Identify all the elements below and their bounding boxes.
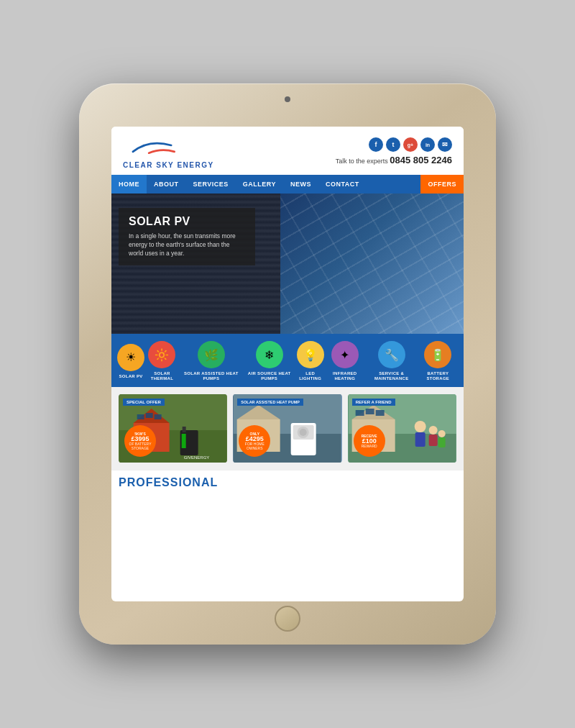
tablet-device: CLEAR SKY ENERGY f t g+ in ✉ Talk to the… <box>79 83 496 645</box>
twitter-icon[interactable]: t <box>386 137 400 152</box>
infrared-icon: ✦ <box>331 341 359 368</box>
nav-news[interactable]: NEWS <box>283 175 318 194</box>
hero-description: In a single hour, the sun transmits more… <box>129 232 245 258</box>
svg-point-26 <box>414 421 426 432</box>
nav-services[interactable]: SERVICES <box>186 175 236 194</box>
promo-badge-2-sub: FOR HOMEOWNERS <box>245 442 264 450</box>
promo-card-refer[interactable]: REFER A FRIEND RECEIVE £100 REWARD <box>348 394 456 463</box>
service-maintenance[interactable]: 🔧 SERVICE & MAINTENANCE <box>365 341 418 381</box>
air-source-label: AIR SOURCE HEAT PUMPS <box>243 371 296 381</box>
services-strip: ☀ SOLAR PV 🔆 SOLAR THERMAL 🌿 SOLAR ASSIS… <box>111 334 464 387</box>
svg-rect-27 <box>415 432 425 447</box>
solar-assisted-icon: 🌿 <box>198 341 225 368</box>
solar-thermal-label: SOLAR THERMAL <box>144 371 180 381</box>
hero-right-panel <box>280 194 464 334</box>
svg-rect-6 <box>155 414 162 419</box>
svg-point-28 <box>428 426 437 434</box>
hero-text-box: SOLAR PV In a single hour, the sun trans… <box>119 208 255 265</box>
professional-title: PROFESSIONAL <box>119 476 456 489</box>
tablet-screen: CLEAR SKY ENERGY f t g+ in ✉ Talk to the… <box>111 127 464 601</box>
svg-rect-8 <box>183 427 186 432</box>
battery-label: BATTERY STORAGE <box>418 371 458 381</box>
promo-section: GIVENERGY SPECIAL OFFER 5KW'S £3995 OF B… <box>111 387 464 470</box>
logo-svg <box>123 134 188 163</box>
service-solar-thermal[interactable]: 🔆 SOLAR THERMAL <box>144 341 180 381</box>
service-solar-assisted[interactable]: 🌿 SOLAR ASSISTED HEAT PUMPS <box>180 341 243 381</box>
hero-title: SOLAR PV <box>129 215 245 228</box>
svg-rect-24 <box>365 409 374 414</box>
promo-card-heat-pump[interactable]: SOLAR ASSISTED HEAT PUMP ONLY £4295 FOR … <box>233 394 341 463</box>
professional-section: PROFESSIONAL <box>111 470 464 495</box>
svg-point-30 <box>438 430 445 437</box>
tablet-home-button[interactable] <box>275 606 300 632</box>
email-icon[interactable]: ✉ <box>438 137 452 152</box>
solar-assisted-label: SOLAR ASSISTED HEAT PUMPS <box>180 371 243 381</box>
linkedin-icon[interactable]: in <box>420 137 435 152</box>
svg-rect-31 <box>438 437 445 447</box>
service-air-source[interactable]: ❄ AIR SOURCE HEAT PUMPS <box>243 341 296 381</box>
nav-offers[interactable]: OFFERS <box>420 175 464 194</box>
svg-rect-23 <box>355 410 364 416</box>
service-solar-pv[interactable]: ☀ SOLAR PV <box>117 344 144 379</box>
facebook-icon[interactable]: f <box>369 137 383 152</box>
battery-icon: 🔋 <box>424 341 451 368</box>
svg-rect-25 <box>375 410 384 416</box>
led-label: LED LIGHTING <box>296 371 325 381</box>
google-plus-icon[interactable]: g+ <box>403 137 418 152</box>
header-right: f t g+ in ✉ Talk to the experts 0845 805… <box>336 137 452 165</box>
phone-line: Talk to the experts 0845 805 2246 <box>336 155 452 165</box>
promo-badge-3: RECEIVE £100 REWARD <box>354 425 385 457</box>
svg-point-18 <box>300 429 307 436</box>
solar-thermal-icon: 🔆 <box>148 341 175 368</box>
website-content: CLEAR SKY ENERGY f t g+ in ✉ Talk to the… <box>111 127 464 601</box>
svg-text:GIVENERGY: GIVENERGY <box>184 455 210 460</box>
service-battery[interactable]: 🔋 BATTERY STORAGE <box>418 341 458 381</box>
svg-rect-29 <box>428 434 437 446</box>
svg-rect-9 <box>182 434 186 448</box>
site-header: CLEAR SKY ENERGY f t g+ in ✉ Talk to the… <box>111 127 464 175</box>
main-nav: HOME ABOUT SERVICES GALLERY NEWS CONTACT… <box>111 175 464 194</box>
air-source-icon: ❄ <box>256 341 283 368</box>
phone-prefix: Talk to the experts <box>336 158 388 165</box>
social-icons-row: f t g+ in ✉ <box>336 137 452 152</box>
service-led[interactable]: 💡 LED LIGHTING <box>296 341 325 381</box>
nav-contact[interactable]: CONTACT <box>318 175 367 194</box>
promo-tag-1: SPECIAL OFFER <box>123 399 165 406</box>
nav-home[interactable]: HOME <box>111 175 147 194</box>
nav-gallery[interactable]: GALLERY <box>236 175 283 194</box>
solar-pv-label: SOLAR PV <box>119 374 142 379</box>
solar-pv-icon: ☀ <box>117 344 144 371</box>
service-infrared[interactable]: ✦ INFRARED HEATING <box>325 341 365 381</box>
svg-rect-4 <box>137 414 144 419</box>
nav-about[interactable]: ABOUT <box>147 175 186 194</box>
phone-number: 0845 805 2246 <box>390 155 452 165</box>
solar-panels-image <box>280 194 464 334</box>
promo-tag-2: SOLAR ASSISTED HEAT PUMP <box>237 399 303 406</box>
promo-tag-3: REFER A FRIEND <box>352 399 395 406</box>
logo-area: CLEAR SKY ENERGY <box>123 134 214 169</box>
tablet-camera <box>285 96 290 102</box>
promo-badge-3-sub: REWARD <box>362 445 377 449</box>
maintenance-label: SERVICE & MAINTENANCE <box>365 371 418 381</box>
promo-card-special-offer[interactable]: GIVENERGY SPECIAL OFFER 5KW'S £3995 OF B… <box>119 394 227 463</box>
promo-badge-1-sub: OF BATTERYSTORAGE <box>129 442 152 450</box>
svg-rect-5 <box>146 413 153 418</box>
hero-section: SOLAR PV In a single hour, the sun trans… <box>111 194 464 334</box>
infrared-label: INFRARED HEATING <box>325 371 365 381</box>
maintenance-icon: 🔧 <box>378 341 405 368</box>
led-icon: 💡 <box>297 341 324 368</box>
